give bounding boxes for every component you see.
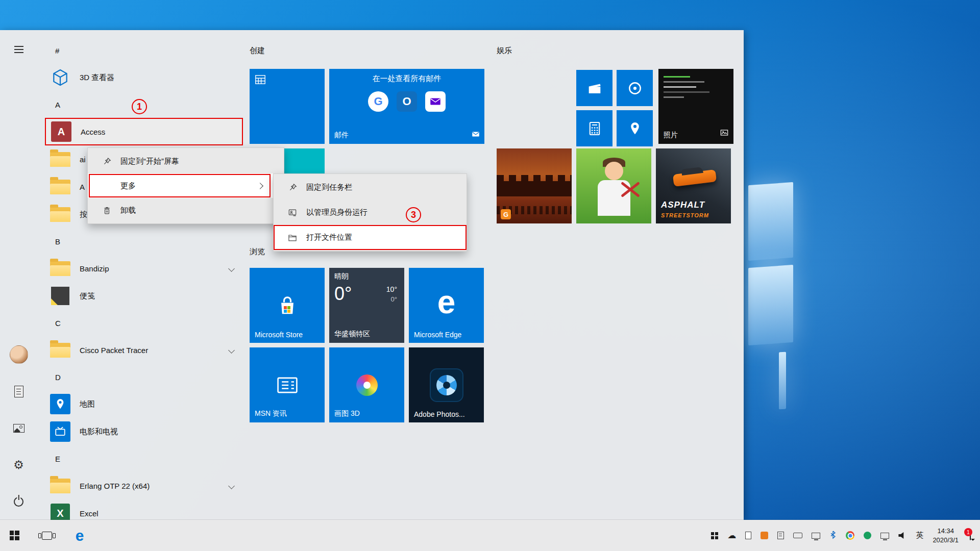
notification-badge: 1 — [964, 528, 972, 536]
store-tile-label: Microsoft Store — [255, 331, 303, 339]
taskbar-clock[interactable]: 14:34 2020/3/1 — [933, 527, 959, 544]
app-row-movies-tv[interactable]: 电影和电视 — [45, 418, 249, 445]
bluetooth-icon[interactable] — [829, 530, 837, 541]
taskbar-tray: ☁ 英 14:34 2020/3/1 1 — [711, 527, 980, 544]
menu-item-label: 以管理员身份运行 — [306, 208, 368, 217]
clock-time: 14:34 — [933, 527, 959, 536]
chevron-down-icon[interactable] — [228, 347, 235, 354]
annotation-box-open-file-location — [274, 225, 467, 250]
settings-button[interactable]: ⚙ — [0, 453, 37, 477]
tray-display-icon[interactable] — [880, 533, 889, 539]
group-header-browse[interactable]: 浏览 — [250, 246, 265, 257]
chevron-down-icon[interactable] — [228, 265, 235, 272]
section-letter-b[interactable]: B — [45, 228, 249, 255]
tile-asphalt-game[interactable]: ASPHALT STREETSTORM — [656, 148, 731, 223]
clock-date: 2020/3/1 — [933, 536, 959, 545]
calendar-icon — [254, 73, 267, 88]
user-account-button[interactable] — [0, 342, 37, 367]
tile-msn-news[interactable]: MSN 资讯 — [250, 347, 325, 422]
app-label: Erlang OTP 22 (x64) — [80, 482, 150, 490]
tile-adobe-photoshop-express[interactable]: Adobe Photos... — [409, 347, 484, 422]
app-label: A — [80, 183, 85, 191]
tray-monitor-icon[interactable] — [812, 533, 820, 539]
language-indicator[interactable]: 英 — [916, 531, 923, 540]
map-pin-icon — [617, 110, 653, 146]
app-row-cisco[interactable]: Cisco Packet Tracer — [45, 336, 249, 364]
app-label: Access — [81, 128, 105, 136]
start-button[interactable] — [0, 520, 29, 551]
menu-item-open-file-location[interactable]: 打开文件位置 — [274, 225, 467, 250]
chevron-down-icon[interactable] — [228, 483, 235, 489]
menu-item-pin-to-taskbar[interactable]: 固定到任务栏 — [274, 175, 467, 200]
google-icon: G — [368, 91, 388, 112]
tile-microsoft-edge[interactable]: e Microsoft Edge — [409, 268, 484, 343]
section-letter-c[interactable]: C — [45, 310, 249, 336]
app-row-maps[interactable]: 地图 — [45, 390, 249, 418]
menu-item-run-as-admin[interactable]: 以管理员身份运行 — [274, 200, 467, 225]
chrome-icon[interactable] — [846, 531, 854, 540]
tile-weather[interactable]: 晴朗 0° 10° 0° 华盛顿特区 — [329, 268, 404, 343]
pictures-icon — [13, 424, 24, 433]
msn-tile-label: MSN 资讯 — [255, 409, 287, 418]
tile-paint-3d[interactable]: 画图 3D — [329, 347, 404, 422]
tile-photos[interactable]: 照片 — [658, 69, 733, 144]
app-row-excel[interactable]: X Excel — [45, 499, 249, 520]
section-letter-a[interactable]: A — [45, 91, 249, 118]
edge-taskbar-button[interactable]: e — [65, 520, 94, 551]
app-label: Bandizip — [80, 264, 109, 273]
expand-menu-button[interactable] — [0, 37, 37, 62]
folder-icon — [49, 339, 71, 361]
group-header-create[interactable]: 创建 — [250, 45, 265, 56]
group-header-entertainment[interactable]: 娱乐 — [497, 45, 512, 56]
tray-green-app-icon[interactable] — [864, 532, 871, 539]
tile-gardenscapes-game[interactable] — [576, 148, 651, 223]
asphalt-title: ASPHALT — [661, 200, 705, 210]
volume-icon[interactable] — [898, 532, 906, 539]
tile-microsoft-store[interactable]: Microsoft Store — [250, 268, 325, 343]
document-icon — [14, 386, 23, 397]
task-view-button[interactable] — [33, 520, 61, 551]
windows-logo-icon — [10, 531, 19, 540]
tile-maps-small[interactable] — [617, 110, 653, 146]
app-row-sticky-notes[interactable]: 便笺 — [45, 282, 249, 310]
tray-keyboard-icon[interactable] — [793, 533, 802, 538]
excel-icon: X — [49, 502, 71, 520]
mail-tile-header: 在一处查看所有邮件 — [329, 74, 484, 84]
app-row-access[interactable]: A Access — [45, 118, 243, 145]
folder-icon — [49, 257, 71, 280]
action-center-button[interactable]: 1 — [970, 531, 971, 540]
tray-orange-app-icon[interactable] — [761, 532, 768, 539]
tile-calendar[interactable] — [250, 69, 325, 144]
tile-empire-game[interactable]: G — [497, 148, 572, 223]
tray-note-icon[interactable] — [745, 532, 751, 539]
menu-item-uninstall[interactable]: 卸载 — [88, 198, 284, 222]
tray-grid-icon[interactable] — [711, 532, 718, 539]
folder-icon — [49, 474, 71, 497]
annotation-box-more — [89, 174, 271, 197]
app-label: ai — [80, 155, 86, 164]
app-row-3d-viewer[interactable]: 3D 查看器 — [45, 64, 249, 91]
taskbar: e ☁ 英 14:34 2020/3/1 1 — [0, 520, 980, 551]
menu-item-pin-to-start[interactable]: 固定到“开始”屏幕 — [88, 149, 284, 173]
section-letter-hash[interactable]: # — [45, 37, 249, 64]
power-icon — [14, 497, 23, 507]
character-art — [605, 162, 623, 180]
app-row-erlang[interactable]: Erlang OTP 22 (x64) — [45, 472, 249, 499]
menu-item-more[interactable]: 更多 — [88, 173, 284, 198]
tile-camera-small[interactable] — [617, 70, 653, 106]
annotation-number: 1 — [137, 102, 142, 112]
tray-document-icon[interactable] — [777, 532, 784, 539]
app-row-bandizip[interactable]: Bandizip — [45, 255, 249, 282]
edge-icon: e — [76, 528, 84, 543]
documents-button[interactable] — [0, 379, 37, 404]
tile-calculator-small[interactable] — [576, 110, 612, 146]
section-letter-e[interactable]: E — [45, 445, 249, 472]
folder-icon — [49, 203, 71, 226]
onedrive-cloud-icon[interactable]: ☁ — [727, 531, 736, 540]
power-button[interactable] — [0, 489, 37, 514]
tile-mail[interactable]: 在一处查看所有邮件 G O 邮件 — [329, 69, 484, 144]
calculator-icon — [576, 110, 612, 146]
pictures-button[interactable] — [0, 416, 37, 440]
tile-movies-small[interactable] — [576, 70, 612, 106]
section-letter-d[interactable]: D — [45, 364, 249, 390]
